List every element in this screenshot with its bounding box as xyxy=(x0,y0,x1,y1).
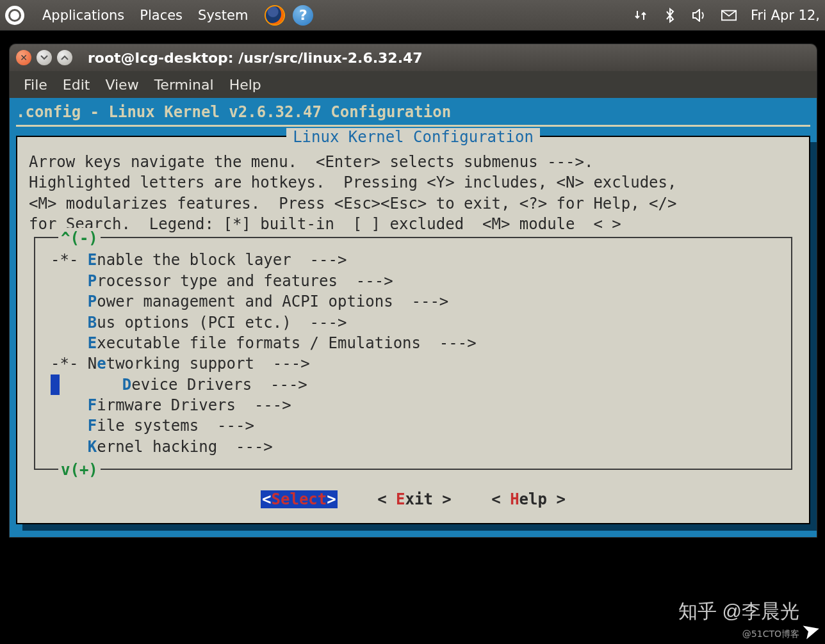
menu-item-6[interactable]: Device Drivers ---> xyxy=(51,374,776,395)
dialog-buttons: <Select> < Exit > < Help > xyxy=(29,489,797,510)
menu-item-4[interactable]: Executable file formats / Emulations ---… xyxy=(51,333,776,353)
menu-places[interactable]: Places xyxy=(133,5,189,26)
ubuntu-logo-icon[interactable] xyxy=(5,6,24,25)
menu-item-3[interactable]: Bus options (PCI etc.) ---> xyxy=(51,312,776,333)
gnome-panel: Applications Places System ? Fri Apr 12, xyxy=(0,0,825,31)
terminal-menubar: File Edit View Terminal Help xyxy=(10,71,817,98)
close-icon[interactable]: ✕ xyxy=(16,50,31,65)
config-header: .config - Linux Kernel v2.6.32.47 Config… xyxy=(10,98,817,125)
exit-button[interactable]: < Exit > xyxy=(377,490,452,508)
window-titlebar[interactable]: ✕ root@lcg-desktop: /usr/src/linux-2.6.3… xyxy=(10,44,817,71)
maximize-icon[interactable] xyxy=(57,50,72,65)
select-button[interactable]: <Select> xyxy=(261,490,338,508)
watermark-text: 知乎 @李晨光 xyxy=(678,599,799,625)
menu-system[interactable]: System xyxy=(192,5,254,26)
help-text-line1: Arrow keys navigate the menu. <Enter> se… xyxy=(29,152,797,172)
menu-view[interactable]: View xyxy=(99,74,145,95)
help-button[interactable]: < Help > xyxy=(491,490,566,508)
menu-file[interactable]: File xyxy=(17,74,54,95)
window-title: root@lcg-desktop: /usr/src/linux-2.6.32.… xyxy=(88,50,423,66)
help-icon[interactable]: ? xyxy=(293,5,313,26)
terminal-window: ✕ root@lcg-desktop: /usr/src/linux-2.6.3… xyxy=(9,44,817,538)
menu-frame: ^(-) -*- Enable the block layer ---> Pro… xyxy=(34,237,792,470)
menuconfig-dialog: Linux Kernel Configuration Arrow keys na… xyxy=(16,136,810,524)
scroll-up-indicator: ^(-) xyxy=(58,228,101,248)
scroll-down-indicator: v(+) xyxy=(58,460,101,480)
mail-icon[interactable] xyxy=(721,8,737,23)
help-text-line3: <M> modularizes features. Press <Esc><Es… xyxy=(29,193,797,214)
menu-edit[interactable]: Edit xyxy=(56,74,97,95)
menu-item-5[interactable]: -*- Networking support ---> xyxy=(51,353,776,374)
panel-launchers: ? xyxy=(265,5,313,26)
menu-terminal[interactable]: Terminal xyxy=(148,74,220,95)
help-text-line2: Highlighted letters are hotkeys. Pressin… xyxy=(29,172,797,193)
minimize-icon[interactable] xyxy=(37,50,52,65)
panel-tray: Fri Apr 12, xyxy=(633,8,820,23)
menu-item-1[interactable]: Processor type and features ---> xyxy=(51,271,776,291)
menu-item-9[interactable]: Kernel hacking ---> xyxy=(51,437,776,457)
cursor-icon: ➤ xyxy=(799,615,823,644)
menu-applications[interactable]: Applications xyxy=(36,5,131,26)
panel-menu: Applications Places System xyxy=(36,5,254,26)
firefox-icon[interactable] xyxy=(265,5,285,26)
volume-icon[interactable] xyxy=(692,8,707,23)
menu-item-0[interactable]: -*- Enable the block layer ---> xyxy=(51,250,776,270)
menu-list[interactable]: -*- Enable the block layer ---> Processo… xyxy=(35,246,791,461)
help-text-line4: for Search. Legend: [*] built-in [ ] exc… xyxy=(29,214,797,234)
watermark-subtext: @51CTO博客 xyxy=(742,629,799,640)
menu-help[interactable]: Help xyxy=(223,74,268,95)
network-icon[interactable] xyxy=(633,8,648,23)
bluetooth-icon[interactable] xyxy=(662,8,678,23)
menu-item-8[interactable]: File systems ---> xyxy=(51,415,776,436)
menu-item-7[interactable]: Firmware Drivers ---> xyxy=(51,395,776,415)
terminal-content[interactable]: .config - Linux Kernel v2.6.32.47 Config… xyxy=(10,98,817,537)
menu-item-2[interactable]: Power management and ACPI options ---> xyxy=(51,291,776,312)
dialog-title: Linux Kernel Configuration xyxy=(29,127,797,147)
clock[interactable]: Fri Apr 12, xyxy=(751,8,820,23)
